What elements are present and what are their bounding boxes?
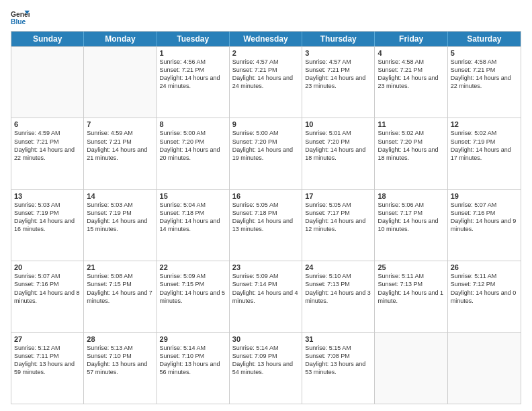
day-info: Sunrise: 5:06 AM Sunset: 7:17 PM Dayligh… <box>378 201 444 234</box>
day-info: Sunrise: 5:02 AM Sunset: 7:19 PM Dayligh… <box>451 129 518 162</box>
calendar-week: 13Sunrise: 5:03 AM Sunset: 7:19 PM Dayli… <box>11 189 521 261</box>
day-cell: 30Sunrise: 5:14 AM Sunset: 7:09 PM Dayli… <box>230 333 302 404</box>
day-info: Sunrise: 5:12 AM Sunset: 7:11 PM Dayligh… <box>14 344 81 377</box>
day-cell: 4Sunrise: 4:58 AM Sunset: 7:21 PM Daylig… <box>375 47 447 118</box>
day-cell: 16Sunrise: 5:05 AM Sunset: 7:18 PM Dayli… <box>230 190 302 261</box>
day-cell: 15Sunrise: 5:04 AM Sunset: 7:18 PM Dayli… <box>157 190 230 261</box>
day-cell: 7Sunrise: 4:59 AM Sunset: 7:21 PM Daylig… <box>84 118 157 189</box>
day-info: Sunrise: 5:05 AM Sunset: 7:17 PM Dayligh… <box>305 201 371 234</box>
day-info: Sunrise: 4:58 AM Sunset: 7:21 PM Dayligh… <box>451 58 518 91</box>
calendar-week: 20Sunrise: 5:07 AM Sunset: 7:16 PM Dayli… <box>11 261 521 332</box>
day-info: Sunrise: 5:14 AM Sunset: 7:10 PM Dayligh… <box>160 344 226 377</box>
day-number: 2 <box>232 49 299 57</box>
calendar-body: 1Sunrise: 4:56 AM Sunset: 7:21 PM Daylig… <box>11 46 521 404</box>
day-number: 1 <box>160 49 226 57</box>
day-cell: 19Sunrise: 5:07 AM Sunset: 7:16 PM Dayli… <box>448 190 521 261</box>
empty-cell <box>84 47 157 118</box>
day-number: 28 <box>87 335 153 343</box>
day-cell: 22Sunrise: 5:09 AM Sunset: 7:15 PM Dayli… <box>157 261 230 332</box>
day-cell: 28Sunrise: 5:13 AM Sunset: 7:10 PM Dayli… <box>84 333 157 404</box>
day-cell: 26Sunrise: 5:11 AM Sunset: 7:12 PM Dayli… <box>448 261 521 332</box>
day-cell: 10Sunrise: 5:01 AM Sunset: 7:20 PM Dayli… <box>302 118 375 189</box>
day-number: 14 <box>87 192 153 200</box>
day-info: Sunrise: 5:02 AM Sunset: 7:20 PM Dayligh… <box>378 129 444 162</box>
day-cell: 23Sunrise: 5:09 AM Sunset: 7:14 PM Dayli… <box>230 261 302 332</box>
day-number: 10 <box>305 120 371 128</box>
day-number: 27 <box>14 335 81 343</box>
day-number: 7 <box>87 120 153 128</box>
day-info: Sunrise: 5:13 AM Sunset: 7:10 PM Dayligh… <box>87 344 153 377</box>
weekday-header: Thursday <box>302 32 375 46</box>
day-number: 24 <box>305 263 371 271</box>
day-info: Sunrise: 5:15 AM Sunset: 7:08 PM Dayligh… <box>305 344 371 377</box>
day-cell: 11Sunrise: 5:02 AM Sunset: 7:20 PM Dayli… <box>375 118 447 189</box>
day-info: Sunrise: 4:57 AM Sunset: 7:21 PM Dayligh… <box>305 58 371 91</box>
day-number: 5 <box>451 49 518 57</box>
header: General Blue <box>11 8 521 27</box>
day-cell: 20Sunrise: 5:07 AM Sunset: 7:16 PM Dayli… <box>11 261 84 332</box>
weekday-header: Monday <box>84 32 157 46</box>
day-number: 19 <box>451 192 518 200</box>
day-info: Sunrise: 4:56 AM Sunset: 7:21 PM Dayligh… <box>160 58 226 91</box>
day-number: 8 <box>160 120 226 128</box>
day-info: Sunrise: 5:09 AM Sunset: 7:14 PM Dayligh… <box>232 272 299 305</box>
calendar-header: SundayMondayTuesdayWednesdayThursdayFrid… <box>11 32 521 46</box>
day-cell: 17Sunrise: 5:05 AM Sunset: 7:17 PM Dayli… <box>302 190 375 261</box>
day-info: Sunrise: 4:59 AM Sunset: 7:21 PM Dayligh… <box>87 129 153 162</box>
day-number: 3 <box>305 49 371 57</box>
day-number: 17 <box>305 192 371 200</box>
day-info: Sunrise: 4:57 AM Sunset: 7:21 PM Dayligh… <box>232 58 299 91</box>
day-info: Sunrise: 5:08 AM Sunset: 7:15 PM Dayligh… <box>87 272 153 305</box>
day-info: Sunrise: 5:09 AM Sunset: 7:15 PM Dayligh… <box>160 272 226 305</box>
day-info: Sunrise: 5:03 AM Sunset: 7:19 PM Dayligh… <box>87 201 153 234</box>
day-info: Sunrise: 4:58 AM Sunset: 7:21 PM Dayligh… <box>378 58 444 91</box>
day-number: 16 <box>232 192 299 200</box>
day-cell: 24Sunrise: 5:10 AM Sunset: 7:13 PM Dayli… <box>302 261 375 332</box>
calendar-week: 6Sunrise: 4:59 AM Sunset: 7:21 PM Daylig… <box>11 118 521 189</box>
day-info: Sunrise: 5:04 AM Sunset: 7:18 PM Dayligh… <box>160 201 226 234</box>
calendar-week: 27Sunrise: 5:12 AM Sunset: 7:11 PM Dayli… <box>11 332 521 404</box>
day-number: 18 <box>378 192 444 200</box>
day-number: 23 <box>232 263 299 271</box>
day-cell: 14Sunrise: 5:03 AM Sunset: 7:19 PM Dayli… <box>84 190 157 261</box>
day-number: 12 <box>451 120 518 128</box>
day-cell: 3Sunrise: 4:57 AM Sunset: 7:21 PM Daylig… <box>302 47 375 118</box>
day-cell: 1Sunrise: 4:56 AM Sunset: 7:21 PM Daylig… <box>157 47 230 118</box>
day-cell: 6Sunrise: 4:59 AM Sunset: 7:21 PM Daylig… <box>11 118 84 189</box>
day-cell: 12Sunrise: 5:02 AM Sunset: 7:19 PM Dayli… <box>448 118 521 189</box>
day-cell: 18Sunrise: 5:06 AM Sunset: 7:17 PM Dayli… <box>375 190 447 261</box>
day-number: 4 <box>378 49 444 57</box>
day-number: 21 <box>87 263 153 271</box>
day-cell: 9Sunrise: 5:00 AM Sunset: 7:20 PM Daylig… <box>230 118 302 189</box>
weekday-header: Saturday <box>448 32 521 46</box>
weekday-header: Friday <box>375 32 447 46</box>
day-info: Sunrise: 5:11 AM Sunset: 7:12 PM Dayligh… <box>451 272 518 305</box>
weekday-header: Tuesday <box>157 32 230 46</box>
day-number: 26 <box>451 263 518 271</box>
day-info: Sunrise: 5:07 AM Sunset: 7:16 PM Dayligh… <box>451 201 518 234</box>
empty-cell <box>448 333 521 404</box>
day-cell: 27Sunrise: 5:12 AM Sunset: 7:11 PM Dayli… <box>11 333 84 404</box>
weekday-header: Wednesday <box>230 32 302 46</box>
empty-cell <box>375 333 447 404</box>
day-info: Sunrise: 4:59 AM Sunset: 7:21 PM Dayligh… <box>14 129 81 162</box>
weekday-header: Sunday <box>11 32 84 46</box>
day-cell: 13Sunrise: 5:03 AM Sunset: 7:19 PM Dayli… <box>11 190 84 261</box>
day-number: 11 <box>378 120 444 128</box>
day-info: Sunrise: 5:00 AM Sunset: 7:20 PM Dayligh… <box>232 129 299 162</box>
day-number: 9 <box>232 120 299 128</box>
day-cell: 8Sunrise: 5:00 AM Sunset: 7:20 PM Daylig… <box>157 118 230 189</box>
day-number: 6 <box>14 120 81 128</box>
day-info: Sunrise: 5:03 AM Sunset: 7:19 PM Dayligh… <box>14 201 81 234</box>
day-number: 25 <box>378 263 444 271</box>
day-number: 15 <box>160 192 226 200</box>
day-cell: 2Sunrise: 4:57 AM Sunset: 7:21 PM Daylig… <box>230 47 302 118</box>
day-number: 29 <box>160 335 226 343</box>
day-cell: 31Sunrise: 5:15 AM Sunset: 7:08 PM Dayli… <box>302 333 375 404</box>
calendar: SundayMondayTuesdayWednesdayThursdayFrid… <box>11 31 521 404</box>
day-number: 31 <box>305 335 371 343</box>
day-number: 30 <box>232 335 299 343</box>
logo-icon: General Blue <box>11 8 30 27</box>
day-info: Sunrise: 5:14 AM Sunset: 7:09 PM Dayligh… <box>232 344 299 377</box>
day-info: Sunrise: 5:11 AM Sunset: 7:13 PM Dayligh… <box>378 272 444 305</box>
